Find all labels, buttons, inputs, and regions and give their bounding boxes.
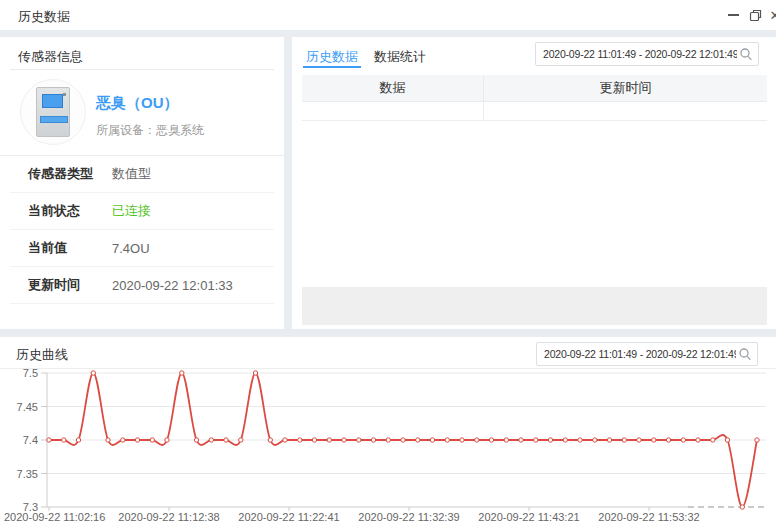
row-value: 7.4OU: [112, 241, 150, 256]
column-header-data: 数据: [302, 75, 484, 101]
sensor-type-row: 传感器类型 数值型: [10, 156, 274, 193]
cell-update-time: [484, 102, 767, 120]
svg-text:7.4: 7.4: [23, 434, 38, 446]
svg-text:7.45: 7.45: [17, 401, 38, 413]
svg-text:7.35: 7.35: [17, 468, 38, 480]
device-led: [63, 93, 66, 96]
svg-text:2020-09-22 11:32:39: 2020-09-22 11:32:39: [358, 511, 459, 523]
divider: [10, 69, 274, 70]
sensor-info-rows: 传感器类型 数值型 当前状态 已连接 当前值 7.4OU 更新时间 2020-0…: [0, 155, 284, 304]
svg-text:2020-09-22 11:02:16: 2020-09-22 11:02:16: [4, 511, 105, 523]
device-image: [36, 87, 70, 137]
tab-history-data[interactable]: 历史数据: [303, 47, 361, 68]
device-label-strip: [40, 116, 68, 123]
svg-text:2020-09-22 11:12:38: 2020-09-22 11:12:38: [118, 511, 219, 523]
sensor-updated-row: 更新时间 2020-09-22 12:01:33: [10, 267, 274, 304]
history-data-panel: 历史数据 数据统计 2020-09-22 11:01:49 - 2020-09-…: [292, 37, 776, 329]
row-value: 数值型: [112, 165, 151, 183]
history-curve-panel: 历史曲线 2020-09-22 11:01:49 - 2020-09-22 12…: [0, 337, 776, 525]
svg-text:2020-09-22 11:43:21: 2020-09-22 11:43:21: [478, 511, 579, 523]
window-titlebar: 历史数据 ✕: [0, 0, 776, 30]
curve-date-range-value: 2020-09-22 11:01:49 - 2020-09-22 12:01:4…: [537, 348, 736, 360]
sensor-device-line: 所属设备：恶臭系统: [96, 122, 204, 139]
sensor-value-row: 当前值 7.4OU: [10, 230, 274, 267]
svg-text:7.5: 7.5: [23, 367, 38, 379]
row-label: 更新时间: [28, 276, 112, 294]
history-data-table: 数据 更新时间: [302, 75, 767, 121]
maximize-button[interactable]: [746, 6, 764, 24]
column-header-update-time: 更新时间: [484, 75, 767, 101]
sensor-name-link[interactable]: 恶臭（OU）: [96, 94, 179, 113]
row-label: 传感器类型: [28, 165, 112, 183]
date-range-picker[interactable]: 2020-09-22 11:01:49 - 2020-09-22 12:01:4…: [535, 42, 759, 66]
table-header: 数据 更新时间: [302, 75, 767, 102]
table-row: [302, 102, 767, 121]
sensor-info-panel: 传感器信息 恶臭（OU） 所属设备：恶臭系统 传感器类型 数值型 当前状态 已连…: [0, 37, 284, 329]
curve-date-range-picker[interactable]: 2020-09-22 11:01:49 - 2020-09-22 12:01:4…: [536, 342, 758, 366]
table-footer-area: [302, 287, 767, 325]
close-icon: ✕: [770, 8, 776, 23]
row-label: 当前状态: [28, 202, 112, 220]
cell-data: [302, 102, 484, 120]
row-label: 当前值: [28, 239, 112, 257]
history-curve-title: 历史曲线: [16, 346, 68, 364]
app-window: 历史数据 ✕ 传感器信息 恶臭（OU） 所属设备：恶臭系统 传感器类型 数值型: [0, 0, 776, 525]
minimize-button[interactable]: [724, 6, 742, 24]
device-lcd: [42, 94, 63, 108]
search-icon[interactable]: [739, 47, 753, 61]
tab-data-statistics[interactable]: 数据统计: [371, 47, 429, 66]
sensor-info-title: 传感器信息: [18, 48, 83, 66]
sensor-status-row: 当前状态 已连接: [10, 193, 274, 230]
close-button[interactable]: ✕: [766, 6, 776, 24]
maximize-icon: [749, 9, 762, 22]
svg-text:2020-09-22 11:22:41: 2020-09-22 11:22:41: [238, 511, 339, 523]
minimize-icon: [728, 14, 739, 16]
date-range-value: 2020-09-22 11:01:49 - 2020-09-22 12:01:4…: [536, 48, 737, 60]
search-icon[interactable]: [738, 347, 752, 361]
status-badge: 已连接: [112, 202, 151, 220]
window-title: 历史数据: [18, 8, 70, 26]
sensor-avatar: [20, 79, 86, 145]
row-value: 2020-09-22 12:01:33: [112, 278, 233, 293]
svg-text:2020-09-22 11:53:32: 2020-09-22 11:53:32: [598, 511, 699, 523]
